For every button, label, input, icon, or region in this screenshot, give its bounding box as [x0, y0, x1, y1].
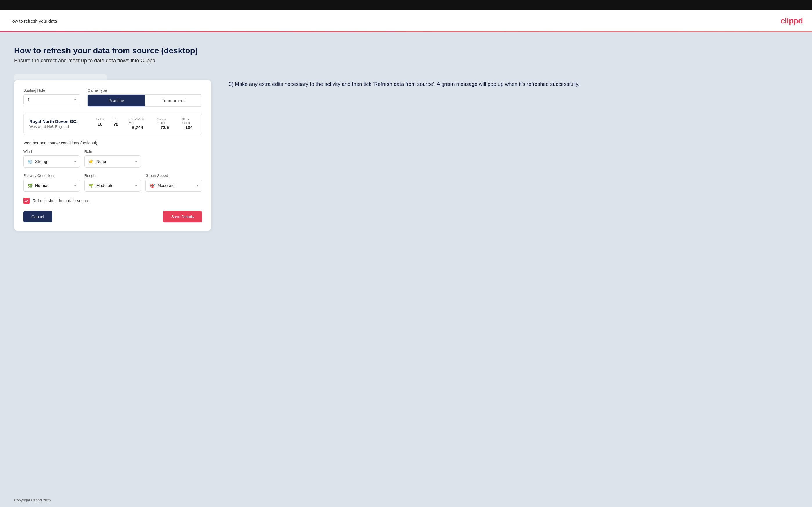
- wind-group: Wind 💨 Strong ▾: [23, 149, 80, 168]
- save-button[interactable]: Save Details: [163, 211, 202, 222]
- refresh-checkbox-row: Refresh shots from data source: [23, 198, 202, 204]
- game-type-group: Game Type Practice Tournament: [87, 88, 202, 107]
- green-speed-select[interactable]: 🎯 Moderate ▾: [145, 179, 202, 192]
- green-speed-icon: 🎯: [149, 183, 155, 188]
- rough-value: Moderate: [96, 183, 113, 188]
- green-speed-label: Green Speed: [145, 173, 202, 178]
- rough-group: Rough 🌱 Moderate ▾: [85, 173, 141, 192]
- rain-icon: ☀️: [88, 159, 94, 164]
- footer-text: Copyright Clippd 2022: [14, 498, 51, 502]
- side-note: 3) Make any extra edits necessary to the…: [229, 74, 798, 484]
- slope-rating-value: 134: [185, 125, 193, 130]
- form-card: Starting Hole 1 ▾ Game Type Practice Tou…: [14, 80, 211, 231]
- game-type-buttons: Practice Tournament: [87, 94, 202, 107]
- fairway-select-inner: 🌿 Normal: [27, 183, 48, 188]
- fairway-label: Fairway Conditions: [23, 173, 80, 178]
- rain-chevron: ▾: [135, 160, 137, 164]
- course-rating-value: 72.5: [160, 125, 169, 130]
- rough-chevron: ▾: [135, 184, 137, 188]
- rain-select[interactable]: ☀️ None ▾: [85, 156, 141, 168]
- wind-select[interactable]: 💨 Strong ▾: [23, 156, 80, 168]
- course-rating-label: Course rating: [157, 117, 173, 124]
- wind-chevron: ▾: [74, 160, 76, 164]
- rough-icon: 🌱: [88, 183, 94, 188]
- holes-value: 18: [98, 121, 102, 126]
- wind-select-inner: 💨 Strong: [27, 159, 47, 164]
- green-speed-value: Moderate: [157, 183, 174, 188]
- course-stats: Holes 18 Par 72 Yards/White (M)) 6,744: [96, 117, 196, 130]
- starting-hole-group: Starting Hole 1 ▾: [23, 88, 81, 107]
- yards-stat: Yards/White (M)) 6,744: [128, 117, 148, 130]
- starting-hole-value: 1: [28, 98, 30, 102]
- content-area: Starting Hole 1 ▾ Game Type Practice Tou…: [14, 74, 798, 484]
- par-value: 72: [113, 121, 118, 126]
- course-name-area: Royal North Devon GC, Westward Ho!, Engl…: [29, 119, 96, 129]
- refresh-checkbox[interactable]: [23, 198, 30, 204]
- starting-hole-chevron: ▾: [74, 98, 76, 102]
- starting-hole-select[interactable]: 1 ▾: [23, 94, 81, 105]
- rough-select-inner: 🌱 Moderate: [88, 183, 113, 188]
- course-rating-stat: Course rating 72.5: [157, 117, 173, 130]
- slope-rating-stat: Slope rating 134: [182, 117, 196, 130]
- fairway-icon: 🌿: [27, 183, 33, 188]
- practice-button[interactable]: Practice: [88, 95, 145, 106]
- fairway-row: Fairway Conditions 🌿 Normal ▾ Rough: [23, 173, 202, 192]
- course-info-box: Royal North Devon GC, Westward Ho!, Engl…: [23, 113, 202, 135]
- holes-label: Holes: [96, 117, 104, 121]
- refresh-label: Refresh shots from data source: [33, 199, 89, 203]
- page-heading: How to refresh your data from source (de…: [14, 46, 798, 55]
- header: How to refresh your data clippd: [0, 10, 812, 31]
- yards-value: 6,744: [132, 125, 143, 130]
- rough-select[interactable]: 🌱 Moderate ▾: [85, 179, 141, 192]
- top-bar: [0, 0, 812, 10]
- starting-hole-label: Starting Hole: [23, 88, 81, 93]
- checkmark-icon: [24, 199, 29, 203]
- rain-label: Rain: [85, 149, 141, 154]
- wind-rain-row: Wind 💨 Strong ▾ Rain: [23, 149, 202, 168]
- conditions-section-label: Weather and course conditions (optional): [23, 141, 202, 145]
- header-title: How to refresh your data: [9, 18, 57, 23]
- green-speed-select-inner: 🎯 Moderate: [149, 183, 174, 188]
- cancel-button[interactable]: Cancel: [23, 211, 52, 222]
- wind-label: Wind: [23, 149, 80, 154]
- tournament-button[interactable]: Tournament: [145, 95, 202, 106]
- course-name: Royal North Devon GC,: [29, 119, 96, 124]
- fairway-chevron: ▾: [74, 184, 76, 188]
- par-label: Par: [113, 117, 118, 121]
- wind-icon: 💨: [27, 159, 33, 164]
- rough-label: Rough: [85, 173, 141, 178]
- holes-stat: Holes 18: [96, 117, 104, 130]
- footer: Copyright Clippd 2022: [0, 493, 812, 507]
- form-panel: Starting Hole 1 ▾ Game Type Practice Tou…: [14, 74, 211, 484]
- green-speed-chevron: ▾: [197, 184, 198, 188]
- rain-value: None: [96, 159, 106, 164]
- logo: clippd: [781, 16, 803, 25]
- fairway-value: Normal: [35, 183, 48, 188]
- green-speed-group: Green Speed 🎯 Moderate ▾: [145, 173, 202, 192]
- action-buttons: Cancel Save Details: [23, 211, 202, 222]
- page-subheading: Ensure the correct and most up to date d…: [14, 58, 798, 64]
- par-stat: Par 72: [113, 117, 118, 130]
- form-row-top: Starting Hole 1 ▾ Game Type Practice Tou…: [23, 88, 202, 107]
- fairway-group: Fairway Conditions 🌿 Normal ▾: [23, 173, 80, 192]
- game-type-label: Game Type: [87, 88, 202, 93]
- slope-rating-label: Slope rating: [182, 117, 196, 124]
- side-note-text: 3) Make any extra edits necessary to the…: [229, 80, 798, 89]
- wind-value: Strong: [35, 159, 47, 164]
- yards-label: Yards/White (M)): [128, 117, 148, 124]
- top-partial-card: [14, 74, 107, 80]
- rain-group: Rain ☀️ None ▾: [85, 149, 141, 168]
- fairway-select[interactable]: 🌿 Normal ▾: [23, 179, 80, 192]
- course-location: Westward Ho!, England: [29, 124, 96, 129]
- rain-select-inner: ☀️ None: [88, 159, 106, 164]
- main-content: How to refresh your data from source (de…: [0, 32, 812, 493]
